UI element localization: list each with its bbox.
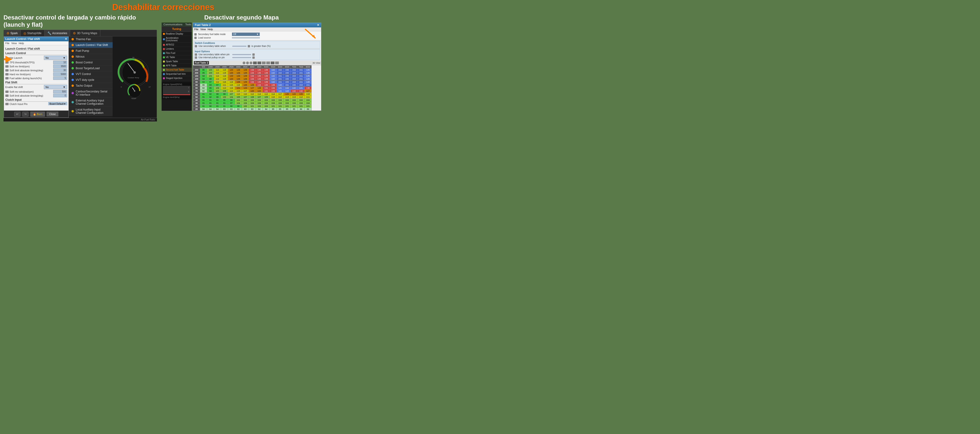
table-cell[interactable]: 83 (228, 108, 235, 111)
table-cell[interactable]: 120 (283, 93, 290, 96)
table-cell[interactable]: 90 (207, 105, 214, 108)
close-button[interactable]: Close (47, 112, 58, 116)
table-cell[interactable]: 101 (270, 105, 277, 108)
ft-load-value[interactable] (232, 37, 260, 38)
table-cell[interactable]: 151 (298, 75, 304, 78)
table-cell[interactable]: 99 (235, 105, 242, 108)
table-cell[interactable]: 92 (207, 96, 214, 99)
toolbar-btn6[interactable] (262, 62, 266, 64)
table-cell[interactable]: 145 (304, 75, 311, 78)
table-cell[interactable]: 122 (256, 90, 262, 93)
table-cell[interactable]: 114 (214, 68, 221, 72)
table-cell[interactable]: 134 (270, 90, 277, 93)
table-cell[interactable]: 142 (270, 81, 277, 84)
table-cell[interactable]: 139 (262, 81, 270, 84)
table-cell[interactable]: 91 (214, 99, 221, 102)
table-cell[interactable]: 104 (242, 102, 249, 105)
table-cell[interactable]: 91 (200, 93, 207, 96)
acc-vvt-control[interactable]: VVT Control (69, 71, 113, 77)
table-cell[interactable]: 99 (214, 93, 221, 96)
table-cell[interactable]: 139 (270, 84, 277, 87)
table-cell[interactable]: 104 (262, 102, 270, 105)
table-cell[interactable]: 151 (298, 78, 304, 81)
table-cell[interactable]: 131 (262, 90, 270, 93)
table-cell[interactable]: 115 (228, 84, 235, 87)
table-cell[interactable]: 104 (270, 102, 277, 105)
table-cell[interactable]: 155 (283, 81, 290, 84)
table-cell[interactable]: 91 (200, 99, 207, 102)
table-cell[interactable]: 116 (228, 87, 235, 90)
table-cell[interactable]: 139 (262, 68, 270, 72)
table-cell[interactable]: 103 (207, 72, 214, 75)
input-value1[interactable] (232, 54, 251, 55)
table-cell[interactable]: 100 (242, 105, 249, 108)
table-cell[interactable]: 118 (221, 75, 228, 78)
toolbar-btn4[interactable] (253, 62, 257, 64)
table-cell[interactable]: 120 (228, 68, 235, 72)
table-cell[interactable]: 142 (270, 68, 277, 72)
toolbar-btn3[interactable] (250, 62, 252, 64)
table-cell[interactable]: 126 (235, 81, 242, 84)
table-cell[interactable]: 131 (262, 87, 270, 90)
table-cell[interactable]: 134 (249, 78, 256, 81)
table-cell[interactable]: 134 (256, 84, 262, 87)
table-cell[interactable]: 141 (277, 90, 283, 93)
table-cell[interactable]: 122 (290, 93, 298, 96)
table-cell[interactable]: 114 (214, 78, 221, 81)
table-cell[interactable]: 95 (221, 99, 228, 102)
table-cell[interactable]: 85 (283, 108, 290, 111)
table-cell[interactable]: 109 (262, 96, 270, 99)
ft-file-menu[interactable]: File (194, 28, 199, 31)
table-cell[interactable]: 93 (200, 81, 207, 84)
ft-close-icon[interactable]: ✕ (317, 24, 319, 27)
table-cell[interactable]: 151 (283, 84, 290, 87)
table-cell[interactable]: 136 (304, 87, 311, 90)
table-cell[interactable]: 107 (242, 96, 249, 99)
acc-external-aux[interactable]: External Auxiliary Input Channel Configu… (69, 98, 113, 107)
acc-vvt-duty[interactable]: VVT duty cycle (69, 77, 113, 83)
enable-launch-dropdown[interactable]: No ▼ (44, 56, 67, 60)
table-cell[interactable]: 151 (298, 72, 304, 75)
table-cell[interactable]: 143 (283, 90, 290, 93)
table-cell[interactable]: 85 (290, 108, 298, 111)
table-cell[interactable]: 101 (304, 105, 311, 108)
tab-startup[interactable]: ◎ Startup/Idle (21, 30, 45, 36)
table-cell[interactable]: 104 (283, 102, 290, 105)
table-cell[interactable]: 139 (262, 78, 270, 81)
table-cell[interactable]: 92 (207, 93, 214, 96)
hard-rev-value[interactable]: 5000 (53, 72, 67, 76)
table-cell[interactable]: 112 (298, 96, 304, 99)
table-cell[interactable]: 135 (256, 81, 262, 84)
table-cell[interactable]: 135 (256, 78, 262, 81)
ft-mode-dropdown[interactable]: Off ▼ (232, 32, 260, 36)
table-cell[interactable]: 91 (221, 102, 228, 105)
file-menu[interactable]: File (5, 42, 10, 45)
table-cell[interactable]: 142 (277, 84, 283, 87)
tuning-realtime[interactable]: Realtime Display (162, 32, 192, 36)
table-cell[interactable]: 113 (283, 96, 290, 99)
table-cell[interactable]: 91 (207, 102, 214, 105)
table-cell[interactable]: 84 (200, 108, 207, 111)
table-cell[interactable]: 132 (298, 90, 304, 93)
tuning-spark[interactable]: Spark Table (162, 59, 192, 64)
table-cell[interactable]: 95 (207, 87, 214, 90)
table-cell[interactable]: 104 (249, 99, 256, 102)
table-cell[interactable]: 101 (283, 105, 290, 108)
table-cell[interactable]: 112 (249, 93, 256, 96)
table-cell[interactable]: 104 (249, 102, 256, 105)
table-cell[interactable]: 101 (290, 105, 298, 108)
tuning-second-fuel[interactable]: Second fuel Table (162, 68, 192, 72)
table-cell[interactable]: 104 (256, 102, 262, 105)
table-cell[interactable]: 129 (242, 78, 249, 81)
table-cell[interactable]: 84 (207, 108, 214, 111)
tuning-afr-o2[interactable]: AFR/O2 (162, 43, 192, 47)
table-cell[interactable]: 91 (214, 102, 221, 105)
table-cell[interactable]: 118 (221, 68, 228, 72)
table-cell[interactable]: 126 (235, 78, 242, 81)
table-cell[interactable]: 118 (304, 93, 311, 96)
toolbar-btn5[interactable] (258, 62, 261, 64)
table-cell[interactable]: 153 (298, 84, 304, 87)
table-cell[interactable]: 104 (256, 105, 262, 108)
tuning-ve[interactable]: VE Table (162, 55, 192, 59)
table-cell[interactable]: 121 (235, 87, 242, 90)
